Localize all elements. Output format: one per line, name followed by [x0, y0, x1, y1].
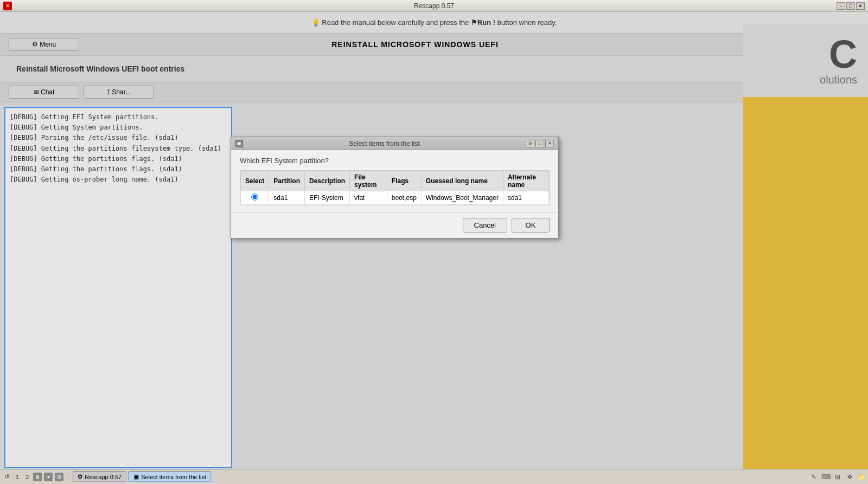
title-bar: ✕ Rescapp 0.57 − □ ✕: [0, 0, 868, 12]
minimize-button[interactable]: −: [837, 2, 845, 10]
taskbar-app-icon: ✿: [78, 473, 82, 480]
col-filesystem: File system: [350, 171, 387, 191]
taskbar-arrows: ↺: [2, 472, 11, 481]
modal-dialog: ▣ Select items from the list ⊙ □ ✕ Which…: [231, 137, 559, 238]
taskbar-dialog[interactable]: ▣ Select items from the list: [129, 472, 211, 482]
taskbar-sep-1: [68, 472, 68, 482]
modal-title-bar: ▣ Select items from the list ⊙ □ ✕: [231, 137, 558, 150]
table-scroll-container[interactable]: Select Partition Description File system…: [240, 170, 550, 205]
taskbar-app-label: Rescapp 0.57: [85, 474, 122, 480]
col-select: Select: [241, 171, 269, 191]
modal-question: Which EFI System partition?: [240, 157, 550, 165]
col-guessed-long-name: Guessed long name: [421, 171, 503, 191]
close-button[interactable]: ✕: [856, 2, 865, 10]
modal-pin-button[interactable]: ⊙: [526, 140, 534, 147]
modal-window-controls: ⊙ □ ✕: [526, 140, 554, 147]
modal-overlay: [0, 12, 868, 469]
maximize-button[interactable]: □: [846, 2, 855, 10]
taskbar-icon-1[interactable]: 🖥: [33, 473, 42, 481]
taskbar-num2[interactable]: 2: [23, 473, 31, 481]
row-description: EFI-System: [305, 191, 350, 205]
app-container: 💡 Read the manual below carefully and pr…: [0, 12, 868, 469]
taskbar-app[interactable]: ✿ Rescapp 0.57: [73, 472, 126, 482]
selection-table: Select Partition Description File system…: [240, 171, 549, 205]
modal-title: Select items from the list: [243, 140, 526, 147]
table-body: sda1 EFI-System vfat boot,esp Windows_Bo…: [241, 191, 549, 205]
cancel-button[interactable]: Cancel: [463, 218, 507, 233]
taskbar-icon-2[interactable]: ●: [44, 473, 53, 481]
modal-footer: Cancel OK: [231, 212, 558, 238]
col-alternate-name: Alternate name: [503, 171, 548, 191]
taskbar-right-icon-4[interactable]: ❖: [845, 473, 854, 481]
modal-maximize-button[interactable]: □: [535, 140, 544, 147]
window-controls: − □ ✕: [837, 2, 865, 10]
window-title: Rescapp 0.57: [414, 2, 454, 10]
modal-icon-symbol: ▣: [237, 141, 241, 146]
taskbar-icon-3[interactable]: ⊞: [55, 473, 63, 481]
app-icon: ✕: [3, 2, 12, 10]
taskbar-right-icon-1[interactable]: ✎: [809, 473, 818, 481]
table-row: sda1 EFI-System vfat boot,esp Windows_Bo…: [241, 191, 549, 205]
row-alternate-name: sda1: [503, 191, 548, 205]
taskbar-dialog-icon: ▣: [133, 473, 139, 480]
taskbar-right-icon-2[interactable]: ⌨: [821, 473, 830, 481]
row-partition: sda1: [269, 191, 305, 205]
col-description: Description: [305, 171, 350, 191]
taskbar-dialog-label: Select items from the list: [141, 474, 206, 480]
col-partition: Partition: [269, 171, 305, 191]
modal-close-button[interactable]: ✕: [545, 140, 554, 147]
taskbar-right: ✎ ⌨ ⊞ ❖ 📁: [809, 473, 866, 481]
row-flags: boot,esp: [387, 191, 421, 205]
taskbar-right-icon-3[interactable]: ⊞: [833, 473, 842, 481]
modal-body: Which EFI System partition? Select Parti…: [231, 150, 558, 212]
app-icon-symbol: ✕: [5, 3, 10, 9]
table-header: Select Partition Description File system…: [241, 171, 549, 191]
ok-button[interactable]: OK: [512, 218, 550, 233]
row-guessed-long-name: Windows_Boot_Manager: [421, 191, 503, 205]
row-radio[interactable]: [251, 193, 258, 201]
row-select-cell[interactable]: [241, 191, 269, 205]
taskbar-right-icon-5[interactable]: 📁: [857, 473, 866, 481]
row-filesystem: vfat: [350, 191, 387, 205]
modal-icon: ▣: [235, 140, 243, 147]
taskbar-num1[interactable]: 1: [14, 473, 21, 481]
col-flags: Flags: [387, 171, 421, 191]
taskbar: ↺ 1 2 🖥 ● ⊞ ✿ Rescapp 0.57 ▣ Select item…: [0, 469, 868, 484]
